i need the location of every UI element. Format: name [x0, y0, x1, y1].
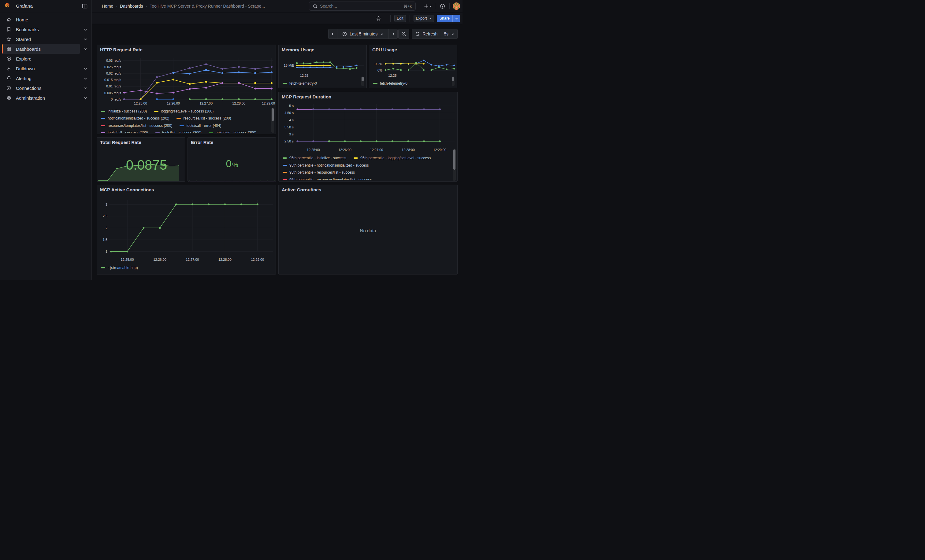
- svg-text:0.025 req/s: 0.025 req/s: [104, 65, 121, 69]
- sidebar-item-dashboards[interactable]: Dashboards: [0, 44, 92, 54]
- legend-swatch: [283, 158, 287, 159]
- nav-item-highlight: [2, 64, 80, 74]
- chevron-down-icon[interactable]: [83, 77, 87, 80]
- legend-scrollbar[interactable]: [452, 77, 455, 86]
- sidebar-item-label: Connections: [16, 86, 41, 91]
- time-range-picker[interactable]: Last 5 minutes: [337, 29, 389, 39]
- user-avatar[interactable]: [453, 3, 460, 10]
- legend-item[interactable]: tools/call - success (200): [101, 131, 148, 133]
- svg-text:12:25: 12:25: [388, 74, 397, 77]
- share-dropdown-button[interactable]: [452, 15, 460, 22]
- legend-item[interactable]: tools/call - error (404): [179, 123, 221, 128]
- legend-scrollbar[interactable]: [361, 77, 364, 86]
- add-new-button[interactable]: [424, 2, 432, 10]
- dashboard-toolbar: Edit Export Share: [92, 12, 462, 24]
- chevron-down-icon[interactable]: [83, 96, 87, 100]
- svg-text:0.03 req/s: 0.03 req/s: [106, 59, 121, 62]
- search-input[interactable]: Search... ⌘+k: [309, 2, 416, 11]
- legend-item[interactable]: tools/list - success (200): [155, 131, 202, 133]
- chevron-down-icon[interactable]: [83, 86, 87, 90]
- zoom-out-icon: [401, 32, 406, 36]
- time-forward-button[interactable]: [389, 29, 397, 39]
- star-dashboard-button[interactable]: [375, 15, 383, 22]
- legend-label: initialize - success (200): [108, 109, 147, 113]
- sidebar-item-label: Dashboards: [16, 47, 41, 52]
- star-icon: [6, 37, 11, 42]
- legend-item[interactable]: notifications/initialized - success (202…: [101, 116, 169, 120]
- stat-number: 0.0875: [126, 158, 167, 172]
- compass-icon: [6, 56, 11, 61]
- legend-item[interactable]: 95th percentile - initialize - success: [283, 156, 346, 160]
- time-back-button[interactable]: [328, 29, 337, 39]
- breadcrumb: Home › Dashboards › ToolHive MCP Server …: [102, 4, 265, 9]
- sidebar-item-bookmarks[interactable]: Bookmarks: [0, 24, 92, 34]
- svg-text:12:25:00: 12:25:00: [134, 102, 147, 105]
- sidebar-item-starred[interactable]: Starred: [0, 34, 92, 44]
- svg-text:12:25:00: 12:25:00: [307, 148, 320, 152]
- legend-label: logging/setLevel - success (200): [161, 109, 214, 113]
- legend-item[interactable]: fetch-telemetry-0: [283, 81, 317, 86]
- zoom-out-button[interactable]: [399, 29, 409, 39]
- edit-button[interactable]: Edit: [394, 15, 406, 22]
- export-button[interactable]: Export: [414, 15, 434, 22]
- legend-item[interactable]: 95th percentile - resources/templates/li…: [283, 177, 372, 180]
- legend-item[interactable]: logging/setLevel - success (200): [154, 109, 214, 113]
- stat-value: 0.0875: [104, 158, 185, 172]
- help-button[interactable]: [438, 2, 446, 10]
- dashboard-controls: Last 5 minutes: [92, 24, 462, 45]
- top-nav-actions: [424, 0, 460, 12]
- chevron-down-icon[interactable]: [83, 47, 87, 51]
- legend-item[interactable]: 95th percentile - resources/list - succe…: [283, 170, 355, 174]
- legend-label: tools/call - error (404): [186, 123, 221, 128]
- svg-text:2.50 s: 2.50 s: [285, 140, 294, 143]
- refresh-button[interactable]: Refresh: [412, 29, 441, 39]
- sidebar-item-drilldown[interactable]: Drilldown: [0, 64, 92, 74]
- legend-item[interactable]: 95th percentile - notifications/initiali…: [283, 163, 369, 168]
- refresh-interval-picker[interactable]: 5s: [441, 29, 457, 39]
- sidebar-item-explore[interactable]: Explore: [0, 54, 92, 64]
- svg-text:16 MiB: 16 MiB: [284, 64, 294, 67]
- legend-swatch: [283, 165, 287, 166]
- chevron-down-icon[interactable]: [83, 67, 87, 71]
- breadcrumb-home[interactable]: Home: [102, 4, 113, 9]
- legend-item[interactable]: unknown - success (200): [209, 131, 256, 133]
- svg-text:2: 2: [105, 226, 107, 230]
- legend-item[interactable]: resources/templates/list - success (200): [101, 123, 172, 128]
- svg-text:12:26:00: 12:26:00: [153, 258, 166, 261]
- sidebar-item-administration[interactable]: Administration: [0, 93, 92, 103]
- svg-text:1: 1: [105, 250, 107, 254]
- time-picker-group: Last 5 minutes: [328, 29, 398, 39]
- legend-item[interactable]: 95th percentile - logging/setLevel - suc…: [354, 156, 431, 160]
- plus-icon: [424, 4, 429, 9]
- legend-label: fetch-telemetry-0: [380, 81, 407, 86]
- legend-item[interactable]: - (streamable-http): [101, 266, 138, 270]
- chevron-down-icon[interactable]: [83, 37, 87, 41]
- svg-text:0.015 req/s: 0.015 req/s: [104, 78, 121, 82]
- sidebar-item-home[interactable]: Home: [0, 15, 92, 24]
- sidebar-item-label: Administration: [16, 95, 45, 101]
- legend-scrollbar[interactable]: [453, 149, 456, 181]
- legend-item[interactable]: fetch-telemetry-0: [373, 81, 407, 86]
- panel-title[interactable]: Active Goroutines: [282, 187, 321, 192]
- stat-suffix: %: [232, 162, 238, 168]
- grafana-logo-icon[interactable]: [4, 3, 11, 9]
- legend-item[interactable]: initialize - success (200): [101, 109, 147, 113]
- sidebar-item-alerting[interactable]: Alerting: [0, 74, 92, 83]
- sidebar-item-connections[interactable]: Connections: [0, 83, 92, 93]
- legend-swatch: [176, 118, 181, 119]
- chevron-down-icon: [429, 17, 432, 20]
- nav-item-highlight: [2, 54, 80, 64]
- search-placeholder: Search...: [320, 4, 401, 9]
- svg-text:12:25: 12:25: [300, 74, 309, 77]
- legend-label: 95th percentile - resources/templates/li…: [289, 177, 372, 180]
- dock-menu-icon[interactable]: [82, 3, 87, 9]
- nav-item-highlight: [2, 24, 80, 34]
- legend-scrollbar[interactable]: [271, 108, 274, 133]
- http-legend: initialize - success (200)logging/setLev…: [101, 109, 269, 134]
- chevron-down-icon[interactable]: [83, 27, 87, 32]
- breadcrumb-dashboards[interactable]: Dashboards: [120, 4, 143, 9]
- avatar-image: [453, 3, 460, 10]
- legend-item[interactable]: resources/list - success (200): [176, 116, 231, 120]
- svg-text:4.50 s: 4.50 s: [285, 111, 294, 115]
- share-button[interactable]: Share: [437, 15, 452, 22]
